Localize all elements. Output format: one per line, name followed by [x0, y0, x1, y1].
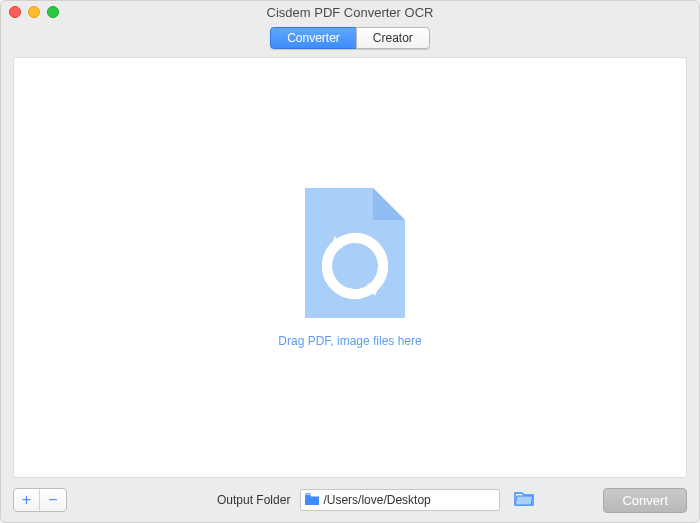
dropzone-hint: Drag PDF, image files here	[278, 334, 421, 348]
convert-button[interactable]: Convert	[603, 488, 687, 513]
tab-creator[interactable]: Creator	[356, 27, 430, 49]
output-path-text: /Users/love/Desktop	[323, 493, 499, 507]
browse-folder-button[interactable]	[510, 490, 538, 511]
add-remove-group: + −	[13, 488, 67, 512]
file-refresh-icon	[295, 188, 405, 322]
remove-button[interactable]: −	[40, 489, 66, 511]
minimize-icon[interactable]	[28, 6, 40, 18]
add-button[interactable]: +	[14, 489, 40, 511]
footer: + − Output Folder /Users/love/Desktop Co…	[1, 478, 699, 522]
maximize-icon[interactable]	[47, 6, 59, 18]
tab-segmented-control: Converter Creator	[270, 27, 430, 49]
app-window: Cisdem PDF Converter OCR Converter Creat…	[0, 0, 700, 523]
dropzone[interactable]: Drag PDF, image files here	[278, 188, 421, 348]
folder-icon	[305, 492, 319, 508]
window-title: Cisdem PDF Converter OCR	[1, 5, 699, 20]
tabbar: Converter Creator	[1, 23, 699, 57]
titlebar: Cisdem PDF Converter OCR	[1, 1, 699, 23]
output-path-field[interactable]: /Users/love/Desktop	[300, 489, 500, 511]
tab-converter[interactable]: Converter	[270, 27, 356, 49]
output-folder-label: Output Folder	[217, 493, 290, 507]
content-frame: Drag PDF, image files here	[13, 57, 687, 478]
close-icon[interactable]	[9, 6, 21, 18]
